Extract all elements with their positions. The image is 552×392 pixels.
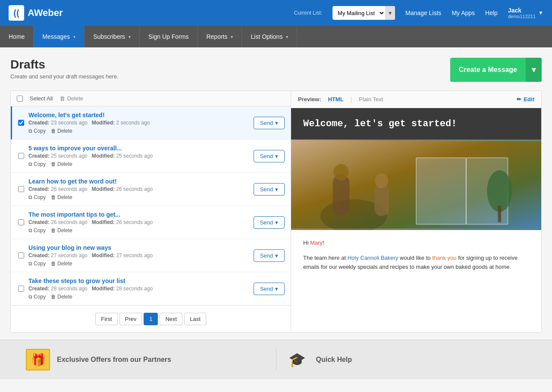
row-title[interactable]: Take these steps to grow your list (28, 277, 125, 284)
copy-button[interactable]: ⧉ Copy (28, 161, 46, 167)
nav-list-options[interactable]: List Options ▾ (242, 26, 297, 47)
delete-icon: 🗑 (51, 227, 56, 233)
copy-label: Copy (34, 294, 46, 300)
send-button[interactable]: Send ▾ (254, 117, 285, 129)
delete-button[interactable]: 🗑 Delete (51, 194, 72, 200)
svg-point-4 (334, 164, 349, 181)
copy-icon: ⧉ (28, 194, 32, 200)
copy-button[interactable]: ⧉ Copy (28, 261, 46, 267)
delete-icon: 🗑 (51, 128, 56, 134)
message-row: Learn how to get the word out! Created: … (11, 173, 291, 206)
send-chevron-icon: ▾ (275, 219, 278, 226)
row-checkbox[interactable] (18, 186, 24, 192)
footer-help-title: Quick Help (316, 356, 352, 364)
svg-rect-3 (333, 174, 350, 216)
first-page-button[interactable]: First (95, 313, 117, 325)
message-row: 5 ways to improve your overall... Create… (11, 140, 291, 173)
thankyou-highlight: thank you (432, 255, 456, 261)
row-content: 5 ways to improve your overall... Create… (28, 145, 249, 167)
nav-reports[interactable]: Reports ▾ (198, 26, 242, 47)
nav-signup-forms[interactable]: Sign Up Forms (140, 26, 198, 47)
send-button[interactable]: Send ▾ (254, 150, 285, 162)
page-title-area: Drafts Create and send your draft messag… (10, 58, 119, 80)
create-message-chevron-icon: ▾ (526, 58, 542, 82)
row-title[interactable]: Learn how to get the word out! (28, 178, 117, 185)
preview-label: Preview: (298, 96, 321, 103)
row-checkbox[interactable] (18, 153, 24, 159)
delete-button[interactable]: 🗑 Delete (51, 227, 72, 233)
nav-messages[interactable]: Messages ▾ (34, 26, 85, 47)
select-all-checkbox[interactable] (17, 96, 23, 102)
row-title[interactable]: Welcome, let's get started! (28, 112, 105, 118)
user-details: Jack demo112211 (508, 7, 536, 19)
toolbar-delete-label: Delete (67, 95, 83, 102)
create-message-button[interactable]: Create a Message ▾ (450, 58, 542, 82)
email-header-title: Welcome, let's get started! (303, 118, 529, 129)
send-button[interactable]: Send ▾ (254, 283, 285, 295)
html-tab[interactable]: HTML (326, 95, 345, 103)
list-selector-btn[interactable]: ▾ (385, 6, 395, 20)
send-chevron-icon: ▾ (275, 286, 278, 292)
delete-button[interactable]: 🗑 Delete (51, 261, 72, 267)
edit-button[interactable]: ✏ Edit (517, 96, 534, 103)
row-title[interactable]: Using your blog in new ways (28, 244, 111, 251)
row-title[interactable]: The most important tips to get... (28, 211, 120, 218)
nav-subscribers[interactable]: Subscribers ▾ (85, 26, 140, 47)
delete-button[interactable]: 🗑 Delete (51, 128, 72, 134)
prev-page-button[interactable]: Prev (119, 313, 142, 325)
copy-button[interactable]: ⧉ Copy (28, 227, 46, 233)
copy-button[interactable]: ⧉ Copy (28, 294, 46, 300)
next-page-button[interactable]: Next (160, 313, 182, 325)
footer-offers-title: Exclusive Offers from our Partners (57, 356, 171, 364)
nav-home-label: Home (9, 33, 25, 40)
copy-icon: ⧉ (28, 261, 32, 267)
manage-lists-link[interactable]: Manage Lists (405, 9, 441, 16)
row-content: Using your blog in new ways Created: 27 … (28, 244, 249, 267)
nav-home[interactable]: Home (0, 26, 34, 47)
delete-icon: 🗑 (51, 294, 56, 300)
send-chevron-icon: ▾ (275, 186, 278, 193)
select-all-label[interactable]: Select All (30, 95, 53, 102)
copy-button[interactable]: ⧉ Copy (28, 128, 46, 134)
last-page-button[interactable]: Last (184, 313, 206, 325)
delete-button[interactable]: 🗑 Delete (51, 161, 72, 167)
send-button[interactable]: Send ▾ (254, 183, 285, 196)
row-checkbox[interactable] (18, 120, 24, 126)
send-button[interactable]: Send ▾ (254, 216, 285, 229)
list-selector[interactable]: My Mailing List ▾ (332, 6, 395, 20)
plain-text-tab[interactable]: Plain Text (357, 95, 385, 103)
row-checkbox[interactable] (18, 252, 24, 258)
delete-button[interactable]: 🗑 Delete (51, 294, 72, 300)
email-body-text: The team here at Holy Cannoli Bakery wou… (303, 254, 529, 272)
preview-panel: Preview: HTML | Plain Text ✏ Edit Welcom… (291, 91, 541, 332)
my-apps-link[interactable]: My Apps (452, 9, 475, 16)
toolbar-delete-button[interactable]: 🗑 Delete (60, 95, 83, 102)
graduation-icon: 🎓 (285, 349, 309, 370)
email-hero-svg (291, 140, 541, 230)
row-content: The most important tips to get... Create… (28, 211, 249, 233)
copy-button[interactable]: ⧉ Copy (28, 194, 46, 200)
copy-label: Copy (34, 227, 46, 233)
message-row: The most important tips to get... Create… (11, 206, 291, 239)
delete-label: Delete (57, 227, 72, 233)
row-title[interactable]: 5 ways to improve your overall... (28, 145, 122, 152)
row-checkbox[interactable] (18, 219, 24, 225)
preview-content: Welcome, let's get started! (291, 108, 541, 332)
trash-icon: 🗑 (60, 95, 65, 102)
main-nav: Home Messages ▾ Subscribers ▾ Sign Up Fo… (0, 26, 552, 47)
send-button[interactable]: Send ▾ (254, 249, 285, 262)
row-checkbox[interactable] (18, 286, 24, 292)
list-select[interactable]: My Mailing List (332, 8, 385, 19)
highlight-name: Mary (310, 240, 323, 246)
user-info[interactable]: Jack demo112211 ▼ (508, 7, 543, 19)
row-meta: Created: 26 seconds ago Modified: 26 sec… (28, 219, 249, 225)
help-link[interactable]: Help (485, 9, 498, 16)
page-subtitle: Create and send your draft messages here… (10, 73, 119, 80)
row-content: Welcome, let's get started! Created: 23 … (28, 112, 249, 134)
created-label: Created: (28, 186, 50, 192)
row-meta: Created: 26 seconds ago Modified: 26 sec… (28, 186, 249, 192)
send-chevron-icon: ▾ (275, 120, 278, 126)
logo[interactable]: (( AWeber (9, 5, 63, 21)
current-list-label: Current List: (294, 10, 322, 16)
page-1-button[interactable]: 1 (144, 313, 158, 325)
